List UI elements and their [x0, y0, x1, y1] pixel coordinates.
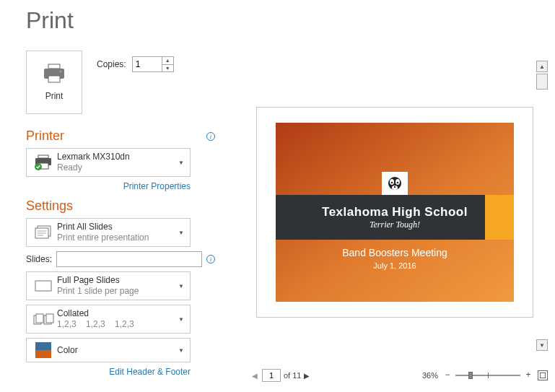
chevron-down-icon: ▼	[177, 347, 185, 354]
zoom-slider[interactable]	[455, 370, 520, 380]
print-preview: Texlahoma High School Terrier Tough! Ban…	[256, 107, 533, 318]
svg-rect-2	[48, 76, 60, 82]
copies-up-icon[interactable]: ▲	[162, 57, 173, 65]
copies-spinner[interactable]: ▲ ▼	[132, 56, 174, 72]
copies-input[interactable]	[133, 57, 162, 71]
print-button-label: Print	[45, 91, 64, 101]
svg-point-3	[60, 71, 62, 73]
preview-vertical-scrollbar[interactable]: ▲ ▼	[536, 61, 548, 351]
svg-rect-0	[48, 64, 60, 69]
svg-point-23	[397, 182, 399, 184]
edit-header-footer-link[interactable]: Edit Header & Footer	[26, 367, 191, 377]
collated-icon	[31, 311, 56, 327]
collate-dropdown[interactable]: Collated 1,2,3 1,2,3 1,2,3 ▼	[26, 305, 191, 334]
slide-subtitle: Band Boosters Meeting	[276, 247, 514, 258]
printer-small-icon	[31, 154, 56, 170]
full-page-icon	[31, 278, 56, 294]
slide-thumbnail: Texlahoma High School Terrier Tough! Ban…	[276, 123, 514, 302]
layout-dropdown[interactable]: Full Page Slides Print 1 slide per page …	[26, 271, 191, 300]
print-button[interactable]: Print	[26, 51, 82, 114]
printer-status: Ready	[57, 162, 177, 173]
printer-dropdown[interactable]: Lexmark MX310dn Ready ▼	[26, 148, 191, 177]
page-total-label: of 11	[284, 371, 301, 380]
chevron-down-icon: ▼	[177, 316, 185, 323]
collate-title: Collated	[57, 308, 177, 319]
copies-label: Copies:	[97, 59, 126, 69]
mascot-icon	[382, 172, 408, 198]
slides-stack-icon	[31, 224, 56, 241]
layout-sub: Print 1 slide per page	[57, 286, 177, 297]
scroll-thumb[interactable]	[536, 74, 548, 90]
printer-properties-link[interactable]: Printer Properties	[26, 181, 191, 191]
print-settings-panel: Print Copies: ▲ ▼ Printer i	[26, 51, 228, 384]
chevron-down-icon: ▼	[177, 230, 185, 236]
current-page-input[interactable]	[262, 369, 281, 382]
copies-down-icon[interactable]: ▼	[162, 65, 173, 72]
printer-section-header: Printer	[26, 129, 64, 144]
zoom-out-icon[interactable]: −	[442, 370, 453, 380]
svg-point-22	[391, 182, 393, 184]
slides-range-input[interactable]	[56, 251, 202, 267]
chevron-down-icon: ▼	[177, 283, 185, 289]
color-swatch-icon	[31, 342, 56, 358]
slide-date: July 1, 2016	[276, 261, 514, 270]
preview-pager-bar: ◀ of 11 ▶ 36% − +	[249, 367, 548, 383]
svg-rect-13	[35, 281, 51, 291]
zoom-in-icon[interactable]: +	[523, 370, 533, 380]
slides-label: Slides:	[26, 254, 52, 264]
page-title: Print	[26, 7, 555, 34]
next-page-icon[interactable]: ▶	[301, 372, 313, 380]
printer-icon	[42, 64, 66, 84]
print-what-sub: Print entire presentation	[57, 232, 177, 243]
color-dropdown[interactable]: Color ▼	[26, 338, 191, 362]
info-icon[interactable]: i	[206, 132, 215, 141]
zoom-percent-label[interactable]: 36%	[422, 371, 438, 380]
fit-to-window-icon[interactable]	[538, 370, 548, 380]
layout-title: Full Page Slides	[57, 275, 177, 286]
svg-rect-4	[38, 155, 48, 158]
svg-rect-17	[46, 314, 53, 323]
settings-section-header: Settings	[26, 199, 73, 214]
svg-point-25	[394, 186, 396, 188]
collate-sub: 1,2,3 1,2,3 1,2,3	[57, 319, 177, 330]
chevron-down-icon: ▼	[177, 160, 185, 166]
scroll-up-icon[interactable]: ▲	[536, 61, 548, 72]
print-what-title: Print All Slides	[57, 222, 177, 232]
info-icon[interactable]: i	[206, 255, 215, 263]
printer-name: Lexmark MX310dn	[57, 152, 177, 162]
slide-tagline: Terrier Tough!	[370, 219, 420, 230]
color-title: Color	[57, 345, 177, 356]
prev-page-icon[interactable]: ◀	[249, 372, 261, 380]
print-what-dropdown[interactable]: Print All Slides Print entire presentati…	[26, 218, 191, 247]
svg-rect-15	[36, 314, 43, 323]
scroll-down-icon[interactable]: ▼	[536, 339, 548, 351]
slide-title: Texlahoma High School	[322, 205, 468, 219]
